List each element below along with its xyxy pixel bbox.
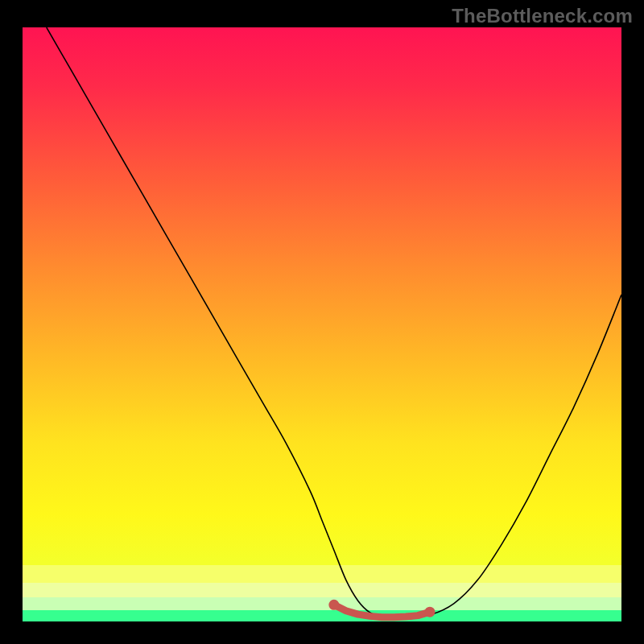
marker-endpoint <box>424 607 435 617</box>
optimal-marker-band <box>328 600 435 617</box>
bottleneck-curve <box>47 27 621 618</box>
watermark-text: TheBottleneck.com <box>452 5 633 27</box>
chart-stage: TheBottleneck.com <box>0 0 644 644</box>
marker-endpoint <box>328 600 339 610</box>
marker-stroke <box>334 605 430 617</box>
curve-layer <box>23 27 621 621</box>
plot-area <box>23 27 621 621</box>
